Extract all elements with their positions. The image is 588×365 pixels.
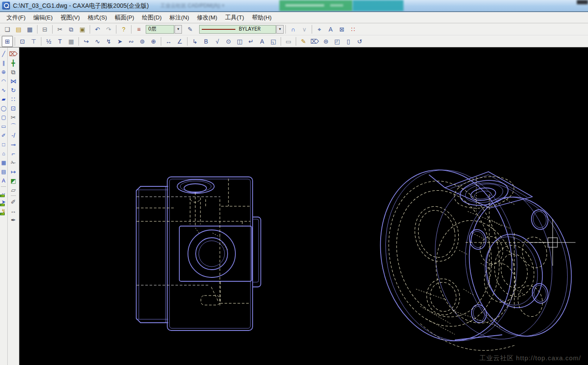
paste[interactable]: ▣ bbox=[77, 24, 88, 35]
linestyle-combo-arrow[interactable]: ▼ bbox=[276, 25, 284, 34]
extend-tool[interactable]: ⊸ bbox=[8, 140, 19, 149]
rectangle-tool[interactable]: □ bbox=[0, 140, 7, 149]
menu-tools[interactable]: 工具(T) bbox=[221, 13, 248, 23]
leader-text[interactable]: ↳ bbox=[189, 36, 200, 47]
slot-tool[interactable]: ▭ bbox=[0, 122, 7, 131]
linestyle-manager[interactable]: ✎ bbox=[185, 24, 196, 35]
copy[interactable]: ⧉ bbox=[66, 24, 77, 35]
parallel-line-tool[interactable]: ∥ bbox=[0, 58, 7, 67]
layer-manager[interactable]: ≡ bbox=[133, 24, 144, 35]
dim-tool[interactable]: ↔ HB bbox=[0, 188, 7, 197]
circle-tool[interactable]: ⊕ bbox=[0, 67, 7, 76]
rounded-rect-tool[interactable]: ▢ bbox=[0, 113, 7, 122]
rotate-tool[interactable]: ↻ bbox=[8, 85, 19, 94]
object-edit[interactable]: ⌦ bbox=[309, 36, 320, 47]
ortho-mode[interactable]: ∩ bbox=[288, 24, 299, 35]
shear-tool[interactable]: ▱ bbox=[8, 185, 19, 194]
title-bar[interactable]: C:\NT_03_CG1.dwg - CAXA电子图板2005(企业版) 工业云… bbox=[0, 0, 588, 12]
line-tool[interactable]: ╱ bbox=[0, 49, 7, 58]
view-translate[interactable]: ⊠ bbox=[336, 24, 347, 35]
redo[interactable]: ↷ bbox=[103, 24, 114, 35]
corner-tool[interactable]: ⌐ bbox=[8, 149, 19, 158]
menu-draw[interactable]: 绘图(D) bbox=[138, 13, 166, 23]
dim-text-tool[interactable]: ➤ HB bbox=[0, 197, 7, 206]
menu-dimension[interactable]: 标注(N) bbox=[166, 13, 193, 23]
menu-modify[interactable]: 修改(M) bbox=[193, 13, 221, 23]
menu-file[interactable]: 文件(F) bbox=[3, 13, 29, 23]
menu-edit[interactable]: 编辑(E) bbox=[29, 13, 56, 23]
dim-angle[interactable]: ∠ bbox=[174, 36, 185, 47]
fit-view[interactable]: ⊞ bbox=[2, 36, 13, 47]
spline-tool[interactable]: ∿ bbox=[0, 85, 7, 94]
detail-view[interactable]: ◱ bbox=[268, 36, 279, 47]
drawing-canvas[interactable] bbox=[19, 47, 588, 365]
dim-linear[interactable]: ↔ bbox=[163, 36, 174, 47]
ellipse-tool[interactable]: ◯ bbox=[0, 104, 7, 113]
polygon-tool[interactable]: ⌂ bbox=[0, 149, 7, 158]
zoom-annotation[interactable]: A bbox=[325, 24, 336, 35]
tolerance-frame[interactable]: ◫ bbox=[234, 36, 245, 47]
drawing-area[interactable]: 工业云社区 http://top.caxa.com/ bbox=[19, 47, 588, 365]
dynamic-snap[interactable]: ∨ bbox=[299, 24, 310, 35]
zoom-box[interactable]: ◰ bbox=[332, 36, 343, 47]
quick-dim-tool[interactable]: ↯ HB bbox=[0, 206, 7, 215]
offset-tool[interactable]: ⊡ bbox=[8, 104, 19, 113]
polyline-arrow[interactable]: ↪ bbox=[81, 36, 92, 47]
sketch-edit[interactable]: ✎ bbox=[298, 36, 309, 47]
menu-view[interactable]: 视图(V) bbox=[56, 13, 84, 23]
text-angle[interactable]: A bbox=[256, 36, 268, 47]
block-edit-tool[interactable]: ◩ bbox=[8, 176, 19, 185]
format-brush-tool[interactable]: ✒ bbox=[8, 215, 19, 224]
break-tool[interactable]: ✁ bbox=[8, 158, 19, 167]
undo[interactable]: ↶ bbox=[92, 24, 103, 35]
print[interactable]: ⊟ bbox=[39, 24, 50, 35]
balloon-tool[interactable]: ⊚ bbox=[137, 36, 148, 47]
freehand-line[interactable]: ∾ bbox=[125, 36, 137, 47]
menu-help[interactable]: 帮助(H) bbox=[248, 13, 275, 23]
center-mark[interactable]: ⊕ bbox=[148, 36, 159, 47]
style-manager[interactable]: ▦ bbox=[66, 36, 77, 47]
layer-combo[interactable]: 0层 bbox=[146, 25, 174, 34]
erase-tool[interactable]: ⌦ bbox=[8, 49, 19, 58]
move-tool[interactable]: ╋ bbox=[8, 58, 19, 67]
dim-edit-tool[interactable]: ✐ bbox=[8, 197, 19, 206]
layer-combo-arrow[interactable]: ▼ bbox=[175, 25, 182, 34]
fill-tool[interactable]: ▰ bbox=[0, 94, 7, 104]
menu-format[interactable]: 格式(S) bbox=[84, 13, 111, 23]
help[interactable]: ? bbox=[118, 24, 129, 35]
open-folder[interactable]: ▤ bbox=[13, 24, 24, 35]
zigzag-line[interactable]: ↯ bbox=[103, 36, 114, 47]
menu-sheet[interactable]: 幅面(P) bbox=[111, 13, 138, 23]
copy-object-tool[interactable]: ⧉ bbox=[8, 67, 19, 76]
chamfer-tool[interactable]: -/ bbox=[8, 131, 19, 140]
surface-finish[interactable]: √ bbox=[212, 36, 223, 47]
text-tool[interactable]: A bbox=[0, 176, 7, 185]
zoom-dynamic[interactable]: ⊜ bbox=[320, 36, 332, 47]
block-tool[interactable]: ▤ bbox=[0, 167, 7, 176]
text-style[interactable]: T bbox=[54, 36, 66, 47]
arc-tool[interactable]: ◠ bbox=[0, 76, 7, 85]
datum-symbol[interactable]: B bbox=[200, 36, 212, 47]
dynamic-pan[interactable]: ⌖ bbox=[314, 24, 325, 35]
polyline-pen-tool[interactable]: ✐ bbox=[0, 131, 7, 140]
mirror-tool[interactable]: ⋈ bbox=[8, 76, 19, 85]
trim-tool[interactable]: ✂ bbox=[8, 113, 19, 122]
stretch-tool[interactable]: ↦ bbox=[8, 167, 19, 176]
new-file[interactable]: ❏ bbox=[2, 24, 13, 35]
zoom-window[interactable]: ⊡ bbox=[17, 36, 28, 47]
refresh-view[interactable]: ∷ bbox=[347, 24, 359, 35]
leader-arrow[interactable]: ↵ bbox=[245, 36, 256, 47]
array-tool[interactable]: ∷ bbox=[8, 94, 19, 104]
weld-symbol[interactable]: ⊙ bbox=[223, 36, 234, 47]
save-file[interactable]: ▦ bbox=[24, 24, 35, 35]
zoom-previous[interactable]: ↺ bbox=[354, 36, 365, 47]
hatch-tool[interactable]: ▦ bbox=[0, 158, 7, 167]
view-text[interactable]: ⊤ bbox=[28, 36, 39, 47]
dim-style[interactable]: ½ bbox=[43, 36, 54, 47]
cut[interactable]: ✂ bbox=[54, 24, 66, 35]
wave-line[interactable]: ∿ bbox=[92, 36, 103, 47]
dim-update-tool[interactable]: ↔ bbox=[8, 206, 19, 215]
fillet-tool[interactable]: ⌒ bbox=[8, 122, 19, 131]
arrow-tool[interactable]: ➤ bbox=[114, 36, 125, 47]
ruler-tool[interactable]: ▭ bbox=[283, 36, 294, 47]
